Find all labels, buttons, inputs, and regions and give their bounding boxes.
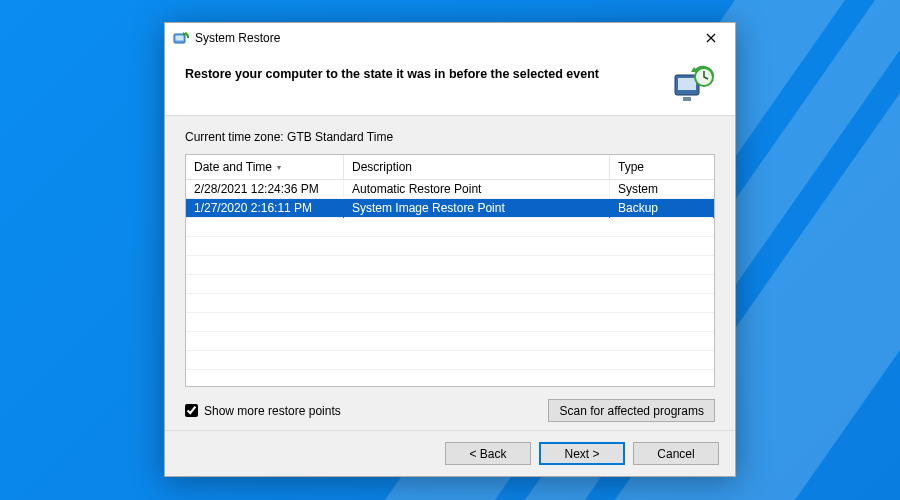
table-body[interactable]: 2/28/2021 12:24:36 PMAutomatic Restore P…	[186, 180, 714, 386]
cell-date: 2/28/2021 12:24:36 PM	[186, 180, 344, 199]
empty-row	[186, 218, 714, 237]
column-header-date-label: Date and Time	[194, 160, 272, 174]
table-row[interactable]: 1/27/2020 2:16:11 PMSystem Image Restore…	[186, 199, 714, 218]
sort-desc-icon: ▾	[277, 163, 281, 172]
body-pane: Current time zone: GTB Standard Time Dat…	[165, 116, 735, 430]
timezone-label: Current time zone: GTB Standard Time	[185, 130, 715, 144]
cell-desc: Automatic Restore Point	[344, 180, 610, 199]
column-header-date[interactable]: Date and Time ▾	[186, 155, 344, 179]
cancel-button[interactable]: Cancel	[633, 442, 719, 465]
system-restore-window: System Restore Restore your computer to …	[164, 22, 736, 477]
svg-rect-4	[678, 78, 696, 90]
cell-desc: System Image Restore Point	[344, 199, 610, 218]
svg-rect-1	[176, 36, 184, 41]
wizard-footer: < Back Next > Cancel	[165, 430, 735, 476]
titlebar[interactable]: System Restore	[165, 23, 735, 53]
empty-row	[186, 275, 714, 294]
show-more-checkbox-label: Show more restore points	[204, 404, 341, 418]
window-title: System Restore	[195, 31, 280, 45]
show-more-checkbox[interactable]: Show more restore points	[185, 404, 341, 418]
cell-type: System	[610, 180, 714, 199]
empty-row	[186, 351, 714, 370]
wizard-header: Restore your computer to the state it wa…	[165, 53, 735, 115]
column-header-description[interactable]: Description	[344, 155, 610, 179]
next-button[interactable]: Next >	[539, 442, 625, 465]
svg-rect-5	[683, 97, 691, 101]
empty-row	[186, 294, 714, 313]
table-header: Date and Time ▾ Description Type	[186, 155, 714, 180]
close-icon	[706, 33, 716, 43]
show-more-checkbox-input[interactable]	[185, 404, 198, 417]
empty-row	[186, 256, 714, 275]
cell-type: Backup	[610, 199, 714, 218]
close-button[interactable]	[693, 25, 729, 51]
empty-row	[186, 332, 714, 351]
empty-row	[186, 237, 714, 256]
column-header-type[interactable]: Type	[610, 155, 714, 179]
restore-art-icon	[671, 65, 715, 105]
scan-affected-programs-button[interactable]: Scan for affected programs	[548, 399, 715, 422]
empty-row	[186, 313, 714, 332]
back-button[interactable]: < Back	[445, 442, 531, 465]
restore-points-table: Date and Time ▾ Description Type 2/28/20…	[185, 154, 715, 387]
system-restore-icon	[173, 30, 189, 46]
instruction-text: Restore your computer to the state it wa…	[185, 65, 659, 81]
table-row[interactable]: 2/28/2021 12:24:36 PMAutomatic Restore P…	[186, 180, 714, 199]
cell-date: 1/27/2020 2:16:11 PM	[186, 199, 344, 218]
